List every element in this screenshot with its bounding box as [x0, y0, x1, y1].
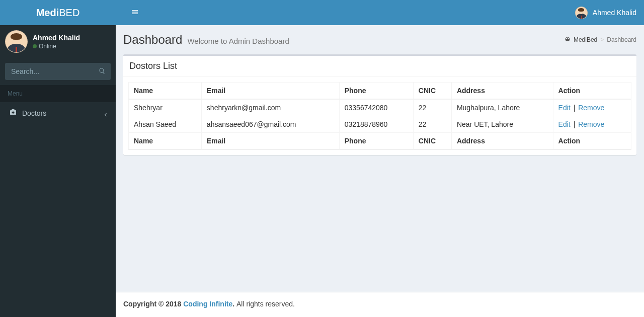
page-title: Dashboard: [123, 33, 182, 47]
medkit-icon: [9, 108, 17, 118]
content-header: Dashboard Welcome to Admin Dashboard Med…: [116, 25, 644, 47]
sidebar-user-panel: Ahmed Khalid Online: [0, 25, 116, 58]
search-icon: [99, 67, 106, 76]
cell-phone: 03356742080: [339, 99, 413, 116]
edit-link[interactable]: Edit: [558, 120, 571, 128]
sidebar-search: [0, 58, 116, 85]
box-title: Dostors List: [129, 61, 177, 71]
content: Dostors List Name Email Phone CNIC Addre…: [116, 47, 644, 292]
cell-email: ahsansaeed067@gmail.com: [201, 116, 339, 133]
user-menu[interactable]: Ahmed Khalid: [575, 7, 636, 19]
online-dot-icon: [33, 44, 37, 48]
footer-link[interactable]: Coding Infinite: [183, 300, 232, 308]
col-email: Email: [201, 133, 339, 150]
col-name: Name: [129, 83, 202, 100]
sidebar-item-doctors[interactable]: Doctors: [0, 102, 116, 124]
col-action: Action: [553, 133, 631, 150]
avatar: [5, 30, 28, 53]
col-cnic: CNIC: [413, 133, 451, 150]
brand-logo[interactable]: MediBED: [0, 0, 116, 25]
cell-action: Edit | Remove: [553, 116, 631, 133]
page-subtitle: Welcome to Admin Dashboard: [187, 37, 289, 45]
cell-name: Shehryar: [129, 99, 202, 116]
main-footer: Copyright © 2018 Coding Infinite. All ri…: [116, 292, 644, 317]
footer-prefix: Copyright © 2018: [123, 300, 183, 308]
breadcrumb-root[interactable]: MediBed: [574, 36, 597, 43]
cell-address: Near UET, Lahore: [451, 116, 553, 133]
header-user-name: Ahmed Khalid: [593, 9, 636, 17]
table-header-row: Name Email Phone CNIC Address Action: [129, 83, 631, 100]
remove-link[interactable]: Remove: [578, 104, 604, 112]
remove-link[interactable]: Remove: [578, 120, 604, 128]
cell-phone: 03218878960: [339, 116, 413, 133]
chevron-left-icon: [103, 111, 108, 116]
sidebar-item-label: Doctors: [22, 109, 98, 117]
avatar: [575, 7, 588, 19]
sidebar-user-status[interactable]: Online: [33, 43, 80, 50]
search-button[interactable]: [94, 63, 111, 80]
cell-email: shehryarkn@gmail.com: [201, 99, 339, 116]
doctors-table: Name Email Phone CNIC Address Action She…: [128, 82, 631, 150]
main-sidebar: Ahmed Khalid Online Menu Doctors: [0, 25, 116, 317]
action-separator: |: [573, 104, 577, 112]
table-row: Ahsan Saeed ahsansaeed067@gmail.com 0321…: [129, 116, 631, 133]
cell-action: Edit | Remove: [553, 99, 631, 116]
cell-name: Ahsan Saeed: [129, 116, 202, 133]
col-name: Name: [129, 133, 202, 150]
cell-cnic: 22: [413, 99, 451, 116]
main-header: MediBED Ahmed Khalid: [0, 0, 644, 25]
col-address: Address: [451, 133, 553, 150]
breadcrumb: MediBed > Dashboard: [565, 36, 636, 44]
action-separator: |: [573, 120, 577, 128]
bars-icon: [131, 10, 139, 18]
col-email: Email: [201, 83, 339, 100]
dashboard-icon: [565, 36, 571, 44]
col-action: Action: [553, 83, 631, 100]
table-row: Shehryar shehryarkn@gmail.com 0335674208…: [129, 99, 631, 116]
col-address: Address: [451, 83, 553, 100]
cell-address: Mughalpura, Lahore: [451, 99, 553, 116]
cell-cnic: 22: [413, 116, 451, 133]
col-phone: Phone: [339, 133, 413, 150]
content-wrapper: Dashboard Welcome to Admin Dashboard Med…: [116, 25, 644, 292]
top-navbar: Ahmed Khalid: [116, 0, 644, 25]
col-phone: Phone: [339, 83, 413, 100]
brand-bold: Medi: [36, 7, 59, 18]
edit-link[interactable]: Edit: [558, 104, 571, 112]
col-cnic: CNIC: [413, 83, 451, 100]
sidebar-menu-header: Menu: [0, 85, 116, 102]
footer-rights: All rights reserved.: [236, 300, 295, 308]
doctors-box: Dostors List Name Email Phone CNIC Addre…: [123, 54, 636, 155]
footer-suffix: .: [232, 300, 236, 308]
brand-light: BED: [59, 7, 79, 18]
breadcrumb-separator: >: [600, 36, 604, 43]
table-footer-row: Name Email Phone CNIC Address Action: [129, 133, 631, 150]
breadcrumb-current: Dashboard: [607, 36, 636, 43]
sidebar-status-label: Online: [39, 43, 56, 50]
sidebar-user-name: Ahmed Khalid: [33, 34, 80, 42]
sidebar-toggle-button[interactable]: [123, 1, 146, 25]
